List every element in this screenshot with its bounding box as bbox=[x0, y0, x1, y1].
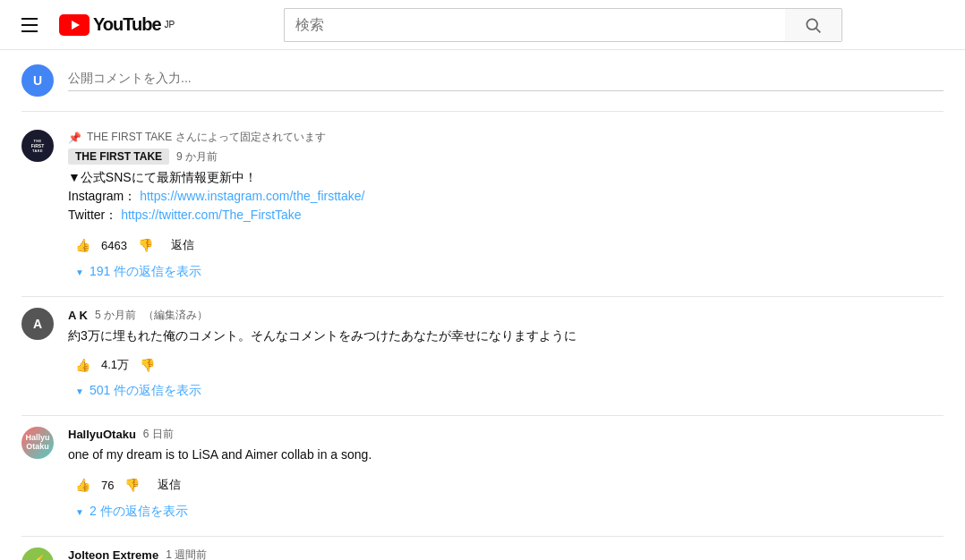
comment1-actions: 6463 返信 bbox=[68, 232, 944, 259]
hallyu-avatar: HallyuOtaku bbox=[21, 427, 54, 459]
svg-line-3 bbox=[816, 28, 821, 32]
instagram-link[interactable]: https://www.instagram.com/the_firsttake/ bbox=[140, 189, 364, 203]
comment-input-row: U 公開コメントを入力... bbox=[21, 64, 944, 112]
comment-row-pinned: THE FiRST TAKE 📌 THE FIRST TAKE さんによって固定… bbox=[21, 119, 944, 296]
header-left: YouTube JP bbox=[14, 11, 175, 39]
comment2-edited: （編集済み） bbox=[143, 308, 208, 323]
pin-label: THE FIRST TAKE さんによって固定されています bbox=[87, 130, 326, 145]
comment2-time: 5 か月前 bbox=[95, 308, 136, 323]
comment1-show-replies[interactable]: ▼ 191 件の返信を表示 bbox=[68, 259, 209, 285]
thumbup-icon bbox=[75, 358, 90, 372]
pin-indicator: 📌 THE FIRST TAKE さんによって固定されています bbox=[68, 130, 944, 145]
comment1-line3: Twitter： https://twitter.com/The_FirstTa… bbox=[68, 206, 944, 225]
comment3-body: HallyuOtaku 6 日前 one of my dream is to L… bbox=[68, 427, 944, 525]
comment3-actions: 76 返信 bbox=[68, 471, 944, 498]
youtube-jp-label: JP bbox=[165, 20, 175, 30]
comment3-like-count: 76 bbox=[101, 479, 114, 492]
comment-row-ak: A A K 5 か月前 （編集済み） 約3万に埋もれた俺のコメント。そんなコメン… bbox=[21, 297, 944, 415]
header: YouTube JP bbox=[0, 0, 965, 50]
comment-row-jolteon: ⚡ Jolteon Extreme 1 週間前 2:53 She made th… bbox=[21, 537, 944, 560]
comment2-like-count: 4.1万 bbox=[101, 357, 129, 373]
thumbdown-icon bbox=[140, 358, 155, 372]
comment2-author[interactable]: A K bbox=[68, 309, 88, 322]
comment4-meta: Jolteon Extreme 1 週間前 bbox=[68, 547, 944, 560]
comment1-reply-btn[interactable]: 返信 bbox=[164, 232, 201, 259]
comment3-text: one of my dream is to LiSA and Aimer col… bbox=[68, 445, 944, 464]
comment1-like-btn[interactable] bbox=[68, 233, 98, 258]
comment1-time: 9 か月前 bbox=[176, 149, 218, 165]
comment2-body: A K 5 か月前 （編集済み） 約3万に埋もれた俺のコメント。そんなコメントを… bbox=[68, 308, 944, 404]
thumbdown-icon bbox=[124, 478, 140, 492]
comment3-dislike-btn[interactable] bbox=[117, 472, 147, 497]
comment2-replies-label: 501 件の返信を表示 bbox=[90, 383, 201, 399]
firsttake-avatar: THE FiRST TAKE bbox=[21, 130, 54, 162]
comment1-line2: Instagram： https://www.instagram.com/the… bbox=[68, 187, 944, 206]
chevron-down-icon: ▼ bbox=[75, 507, 84, 517]
thumbup-icon bbox=[75, 478, 90, 492]
search-input[interactable] bbox=[284, 8, 785, 42]
comment4-author[interactable]: Jolteon Extreme bbox=[68, 548, 158, 560]
comment1-replies-label: 191 件の返信を表示 bbox=[90, 264, 201, 280]
pinned-comment-body: 📌 THE FIRST TAKE さんによって固定されています THE FIRS… bbox=[68, 130, 944, 285]
comment-input[interactable]: 公開コメントを入力... bbox=[68, 71, 944, 91]
comment-row-hallyu: HallyuOtaku HallyuOtaku 6 日前 one of my d… bbox=[21, 416, 944, 536]
search-icon bbox=[804, 16, 822, 34]
comment3-like-btn[interactable] bbox=[68, 472, 98, 497]
user-avatar: U bbox=[21, 64, 54, 97]
comment3-reply-btn[interactable]: 返信 bbox=[150, 471, 188, 498]
pin-icon: 📌 bbox=[68, 132, 81, 144]
comment3-author[interactable]: HallyuOtaku bbox=[68, 428, 136, 441]
youtube-logo[interactable]: YouTube JP bbox=[59, 14, 175, 36]
chevron-down-icon: ▼ bbox=[75, 386, 84, 396]
comment3-time: 6 日前 bbox=[143, 427, 174, 442]
comment2-like-btn[interactable] bbox=[68, 352, 98, 378]
comment4-body: Jolteon Extreme 1 週間前 2:53 She made this… bbox=[68, 547, 944, 560]
youtube-icon bbox=[59, 14, 90, 36]
comment1-like-count: 6463 bbox=[101, 239, 127, 252]
comment3-replies-label: 2 件の返信を表示 bbox=[90, 504, 188, 520]
comment2-show-replies[interactable]: ▼ 501 件の返信を表示 bbox=[68, 378, 209, 404]
comment1-line1: ▼公式SNSにて最新情報更新中！ bbox=[68, 168, 944, 187]
comment2-dislike-btn[interactable] bbox=[132, 352, 162, 378]
thumbup-icon bbox=[75, 238, 90, 252]
jolteon-avatar: ⚡ bbox=[21, 547, 54, 560]
comment4-time: 1 週間前 bbox=[166, 547, 207, 560]
hamburger-menu[interactable] bbox=[14, 11, 45, 39]
search-bar bbox=[277, 8, 850, 42]
youtube-wordmark: YouTube bbox=[93, 14, 161, 35]
thumbdown-icon bbox=[138, 238, 153, 252]
comment2-meta: A K 5 か月前 （編集済み） bbox=[68, 308, 944, 323]
ak-avatar: A bbox=[21, 308, 54, 340]
comment2-text: 約3万に埋もれた俺のコメント。そんなコメントをみつけたあなたが幸せになりますよう… bbox=[68, 327, 944, 345]
comment3-meta: HallyuOtaku 6 日前 bbox=[68, 427, 944, 442]
chevron-down-icon: ▼ bbox=[75, 267, 84, 277]
comment2-actions: 4.1万 bbox=[68, 352, 944, 378]
search-button[interactable] bbox=[785, 8, 842, 42]
svg-point-2 bbox=[807, 19, 817, 30]
twitter-link[interactable]: https://twitter.com/The_FirstTake bbox=[121, 208, 302, 222]
comments-section: U 公開コメントを入力... THE FiRST TAKE 📌 THE FIRS… bbox=[0, 50, 965, 560]
comment3-show-replies[interactable]: ▼ 2 件の返信を表示 bbox=[68, 498, 195, 525]
channel-badge: THE FIRST TAKE bbox=[68, 148, 169, 165]
comment1-text: ▼公式SNSにて最新情報更新中！ Instagram： https://www.… bbox=[68, 168, 944, 225]
comment1-meta: THE FIRST TAKE 9 か月前 bbox=[68, 148, 944, 165]
comment1-dislike-btn[interactable] bbox=[131, 233, 160, 258]
